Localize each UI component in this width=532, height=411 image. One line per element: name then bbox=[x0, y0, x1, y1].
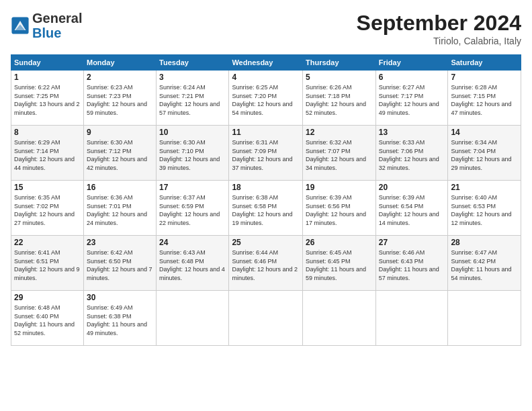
calendar-cell bbox=[157, 291, 229, 346]
day-info: Sunrise: 6:23 AMSunset: 7:23 PMDaylight:… bbox=[87, 84, 147, 116]
day-info: Sunrise: 6:39 AMSunset: 6:54 PMDaylight:… bbox=[379, 194, 439, 226]
logo: General Blue bbox=[11, 11, 82, 40]
weekday-header-monday: Monday bbox=[83, 55, 156, 71]
day-number: 5 bbox=[306, 73, 373, 82]
calendar-cell: 24 Sunrise: 6:43 AMSunset: 6:48 PMDaylig… bbox=[157, 236, 229, 291]
day-number: 20 bbox=[379, 183, 445, 192]
day-info: Sunrise: 6:37 AMSunset: 6:59 PMDaylight:… bbox=[159, 194, 220, 226]
day-info: Sunrise: 6:32 AMSunset: 7:07 PMDaylight:… bbox=[306, 139, 366, 171]
day-number: 26 bbox=[306, 238, 373, 247]
day-info: Sunrise: 6:29 AMSunset: 7:14 PMDaylight:… bbox=[14, 139, 75, 171]
calendar-cell: 7 Sunrise: 6:28 AMSunset: 7:15 PMDayligh… bbox=[448, 71, 521, 126]
day-info: Sunrise: 6:46 AMSunset: 6:43 PMDaylight:… bbox=[379, 249, 439, 281]
day-info: Sunrise: 6:43 AMSunset: 6:48 PMDaylight:… bbox=[159, 249, 225, 281]
weekday-header-thursday: Thursday bbox=[303, 55, 376, 71]
day-number: 25 bbox=[232, 238, 300, 247]
day-number: 18 bbox=[232, 183, 300, 192]
header: General Blue September 2024 Tiriolo, Cal… bbox=[11, 11, 521, 46]
calendar-cell: 16 Sunrise: 6:36 AMSunset: 7:01 PMDaylig… bbox=[83, 181, 156, 236]
calendar-cell: 20 Sunrise: 6:39 AMSunset: 6:54 PMDaylig… bbox=[375, 181, 448, 236]
day-number: 17 bbox=[159, 183, 226, 192]
calendar-cell: 10 Sunrise: 6:30 AMSunset: 7:10 PMDaylig… bbox=[157, 126, 229, 181]
calendar-cell: 1 Sunrise: 6:22 AMSunset: 7:25 PMDayligh… bbox=[11, 71, 84, 126]
weekday-header-tuesday: Tuesday bbox=[157, 55, 229, 71]
calendar: SundayMondayTuesdayWednesdayThursdayFrid… bbox=[11, 54, 521, 346]
calendar-cell: 21 Sunrise: 6:40 AMSunset: 6:53 PMDaylig… bbox=[448, 181, 521, 236]
calendar-cell: 3 Sunrise: 6:24 AMSunset: 7:21 PMDayligh… bbox=[157, 71, 229, 126]
weekday-header-wednesday: Wednesday bbox=[229, 55, 303, 71]
calendar-cell: 29 Sunrise: 6:48 AMSunset: 6:40 PMDaylig… bbox=[11, 291, 84, 346]
calendar-cell bbox=[448, 291, 521, 346]
day-info: Sunrise: 6:48 AMSunset: 6:40 PMDaylight:… bbox=[14, 304, 75, 336]
logo-text: General Blue bbox=[32, 11, 82, 40]
day-number: 3 bbox=[159, 73, 226, 82]
calendar-cell: 19 Sunrise: 6:39 AMSunset: 6:56 PMDaylig… bbox=[303, 181, 376, 236]
day-number: 10 bbox=[159, 128, 226, 137]
day-number: 23 bbox=[87, 238, 153, 247]
day-number: 28 bbox=[451, 238, 518, 247]
day-info: Sunrise: 6:44 AMSunset: 6:46 PMDaylight:… bbox=[232, 249, 298, 281]
day-info: Sunrise: 6:40 AMSunset: 6:53 PMDaylight:… bbox=[451, 194, 511, 226]
day-info: Sunrise: 6:33 AMSunset: 7:06 PMDaylight:… bbox=[379, 139, 439, 171]
calendar-cell: 17 Sunrise: 6:37 AMSunset: 6:59 PMDaylig… bbox=[157, 181, 229, 236]
day-number: 14 bbox=[451, 128, 518, 137]
weekday-header-sunday: Sunday bbox=[11, 55, 84, 71]
day-number: 21 bbox=[451, 183, 518, 192]
day-number: 7 bbox=[451, 73, 518, 82]
calendar-cell: 25 Sunrise: 6:44 AMSunset: 6:46 PMDaylig… bbox=[229, 236, 303, 291]
calendar-cell: 15 Sunrise: 6:35 AMSunset: 7:02 PMDaylig… bbox=[11, 181, 84, 236]
calendar-cell: 23 Sunrise: 6:42 AMSunset: 6:50 PMDaylig… bbox=[83, 236, 156, 291]
calendar-cell bbox=[229, 291, 303, 346]
calendar-week-1: 1 Sunrise: 6:22 AMSunset: 7:25 PMDayligh… bbox=[11, 71, 521, 126]
calendar-cell: 30 Sunrise: 6:49 AMSunset: 6:38 PMDaylig… bbox=[83, 291, 156, 346]
day-number: 9 bbox=[87, 128, 153, 137]
calendar-cell bbox=[303, 291, 376, 346]
calendar-cell: 11 Sunrise: 6:31 AMSunset: 7:09 PMDaylig… bbox=[229, 126, 303, 181]
day-number: 16 bbox=[87, 183, 153, 192]
calendar-cell: 28 Sunrise: 6:47 AMSunset: 6:42 PMDaylig… bbox=[448, 236, 521, 291]
logo-blue: Blue bbox=[32, 26, 61, 40]
calendar-cell: 2 Sunrise: 6:23 AMSunset: 7:23 PMDayligh… bbox=[83, 71, 156, 126]
day-info: Sunrise: 6:34 AMSunset: 7:04 PMDaylight:… bbox=[451, 139, 511, 171]
calendar-week-3: 15 Sunrise: 6:35 AMSunset: 7:02 PMDaylig… bbox=[11, 181, 521, 236]
day-info: Sunrise: 6:47 AMSunset: 6:42 PMDaylight:… bbox=[451, 249, 511, 281]
day-info: Sunrise: 6:38 AMSunset: 6:58 PMDaylight:… bbox=[232, 194, 292, 226]
day-info: Sunrise: 6:27 AMSunset: 7:17 PMDaylight:… bbox=[379, 84, 439, 116]
calendar-cell: 22 Sunrise: 6:41 AMSunset: 6:51 PMDaylig… bbox=[11, 236, 84, 291]
calendar-cell: 4 Sunrise: 6:25 AMSunset: 7:20 PMDayligh… bbox=[229, 71, 303, 126]
day-number: 13 bbox=[379, 128, 445, 137]
calendar-week-5: 29 Sunrise: 6:48 AMSunset: 6:40 PMDaylig… bbox=[11, 291, 521, 346]
weekday-header-saturday: Saturday bbox=[448, 55, 521, 71]
day-number: 24 bbox=[159, 238, 226, 247]
calendar-cell: 8 Sunrise: 6:29 AMSunset: 7:14 PMDayligh… bbox=[11, 126, 84, 181]
day-number: 8 bbox=[14, 128, 81, 137]
day-info: Sunrise: 6:30 AMSunset: 7:12 PMDaylight:… bbox=[87, 139, 147, 171]
day-info: Sunrise: 6:42 AMSunset: 6:50 PMDaylight:… bbox=[87, 249, 152, 281]
calendar-cell: 14 Sunrise: 6:34 AMSunset: 7:04 PMDaylig… bbox=[448, 126, 521, 181]
title-block: September 2024 Tiriolo, Calabria, Italy bbox=[357, 11, 521, 46]
day-number: 29 bbox=[14, 293, 81, 302]
day-info: Sunrise: 6:41 AMSunset: 6:51 PMDaylight:… bbox=[14, 249, 80, 281]
day-number: 11 bbox=[232, 128, 300, 137]
calendar-week-4: 22 Sunrise: 6:41 AMSunset: 6:51 PMDaylig… bbox=[11, 236, 521, 291]
day-number: 2 bbox=[87, 73, 153, 82]
calendar-cell: 13 Sunrise: 6:33 AMSunset: 7:06 PMDaylig… bbox=[375, 126, 448, 181]
day-number: 22 bbox=[14, 238, 81, 247]
calendar-cell: 12 Sunrise: 6:32 AMSunset: 7:07 PMDaylig… bbox=[303, 126, 376, 181]
day-number: 15 bbox=[14, 183, 81, 192]
calendar-cell: 18 Sunrise: 6:38 AMSunset: 6:58 PMDaylig… bbox=[229, 181, 303, 236]
day-info: Sunrise: 6:49 AMSunset: 6:38 PMDaylight:… bbox=[87, 304, 147, 336]
day-info: Sunrise: 6:39 AMSunset: 6:56 PMDaylight:… bbox=[306, 194, 366, 226]
day-info: Sunrise: 6:35 AMSunset: 7:02 PMDaylight:… bbox=[14, 194, 75, 226]
calendar-cell: 6 Sunrise: 6:27 AMSunset: 7:17 PMDayligh… bbox=[375, 71, 448, 126]
day-number: 30 bbox=[87, 293, 153, 302]
day-info: Sunrise: 6:31 AMSunset: 7:09 PMDaylight:… bbox=[232, 139, 292, 171]
day-info: Sunrise: 6:30 AMSunset: 7:10 PMDaylight:… bbox=[159, 139, 220, 171]
logo-general: General bbox=[32, 11, 82, 26]
month-title: September 2024 bbox=[357, 11, 521, 36]
day-info: Sunrise: 6:25 AMSunset: 7:20 PMDaylight:… bbox=[232, 84, 292, 116]
weekday-header-row: SundayMondayTuesdayWednesdayThursdayFrid… bbox=[11, 55, 521, 71]
day-number: 12 bbox=[306, 128, 373, 137]
day-info: Sunrise: 6:24 AMSunset: 7:21 PMDaylight:… bbox=[159, 84, 220, 116]
day-info: Sunrise: 6:45 AMSunset: 6:45 PMDaylight:… bbox=[306, 249, 366, 281]
